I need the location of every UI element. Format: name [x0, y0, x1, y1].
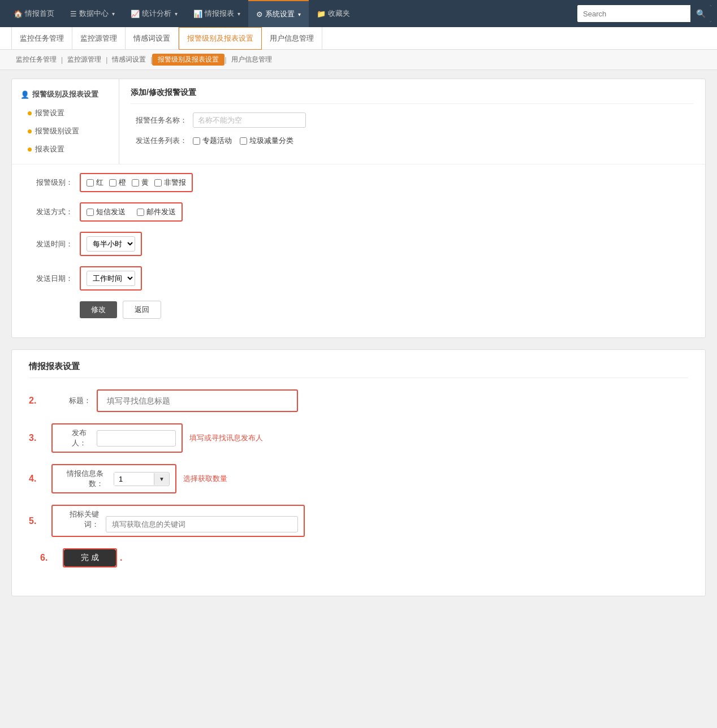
alert-non-checkbox[interactable]	[154, 179, 162, 187]
subnav-monitor-task[interactable]: 监控任务管理	[11, 27, 72, 50]
sidebar: 👤 报警级别及报表设置 报警设置 报警级别设置 报表设置	[12, 79, 119, 164]
form-title: 添加/修改报警设置	[131, 88, 694, 104]
send-date-select[interactable]: 工作时间 全天 工作日	[87, 271, 135, 286]
intel-step2-row: 2. 标题：	[29, 389, 688, 412]
task-name-label: 报警任务名称：	[131, 115, 193, 125]
alert-settings-panel: 👤 报警级别及报表设置 报警设置 报警级别设置 报表设置 添加/修改报警设置 报…	[11, 79, 706, 338]
step3-label: 发布人：	[58, 428, 92, 448]
task-name-input[interactable]	[193, 112, 306, 128]
period-dot: .	[120, 553, 122, 563]
search-input[interactable]	[577, 5, 690, 22]
send-time-row: 发送时间： 每半小时 每小时 每天	[29, 232, 688, 256]
title-input[interactable]	[101, 393, 293, 409]
nav-settings[interactable]: ⚙ 系统设置 ▾	[248, 0, 309, 27]
alert-red-checkbox[interactable]	[87, 179, 94, 187]
alert-yellow-checkbox[interactable]	[132, 179, 139, 187]
count-input[interactable]	[114, 473, 154, 486]
complete-btn-box: 完 成	[63, 548, 117, 567]
bc-monitor-source[interactable]: 监控源管理	[63, 55, 106, 64]
step3-num: 3.	[29, 433, 51, 443]
subnav-alert-report[interactable]: 报警级别及报表设置	[179, 27, 262, 50]
task-name-row: 报警任务名称：	[131, 112, 694, 128]
step5-box: 招标关键词：	[51, 505, 305, 537]
bc-user-info[interactable]: 用户信息管理	[227, 55, 277, 64]
alert-orange[interactable]: 橙	[109, 177, 126, 188]
home-icon: 🏠	[14, 10, 23, 18]
keyword-input[interactable]	[106, 516, 298, 532]
step3-box: 发布人：	[51, 423, 183, 453]
intel-step5-row: 5. 招标关键词：	[29, 505, 688, 537]
sidebar-item-alert-level[interactable]: 报警级别设置	[12, 122, 119, 140]
nav-report[interactable]: 📊 情报报表 ▾	[185, 0, 248, 27]
subnav-user-info[interactable]: 用户信息管理	[262, 27, 322, 50]
favorites-icon: 📁	[317, 10, 326, 18]
send-time-label: 发送时间：	[29, 239, 80, 249]
settings-icon: ⚙	[256, 10, 263, 19]
alert-non[interactable]: 非警报	[154, 177, 186, 188]
step3-hint: 填写或寻找讯息发布人	[189, 433, 263, 443]
stats-icon: 📈	[131, 10, 140, 18]
main-content: 👤 报警级别及报表设置 报警设置 报警级别设置 报表设置 添加/修改报警设置 报…	[0, 70, 717, 616]
search-button[interactable]: 🔍	[690, 5, 711, 22]
modify-button[interactable]: 修改	[80, 301, 117, 318]
form-buttons-row: 修改 返回	[29, 301, 688, 319]
nav-stats[interactable]: 📈 统计分析 ▾	[123, 0, 185, 27]
send-email[interactable]: 邮件发送	[137, 207, 176, 217]
subnav-sentiment[interactable]: 情感词设置	[126, 27, 179, 50]
send-time-select-box: 每半小时 每小时 每天	[80, 232, 142, 256]
step5-num: 5.	[29, 516, 51, 526]
send-task-special-event-checkbox[interactable]	[193, 137, 200, 145]
report-icon: 📊	[193, 10, 202, 18]
step4-hint: 选择获取数量	[183, 474, 227, 484]
alert-config-section: 报警级别： 红 橙 黄 非警	[12, 164, 705, 337]
return-button[interactable]: 返回	[123, 301, 161, 319]
sidebar-title: 👤 报警级别及报表设置	[12, 85, 119, 104]
send-task-trash-checkbox[interactable]	[240, 137, 247, 145]
settings-chevron-icon: ▾	[298, 11, 301, 18]
send-time-select[interactable]: 每半小时 每小时 每天	[87, 236, 135, 252]
nav-home[interactable]: 🏠 情报首页	[6, 0, 62, 27]
subnav-monitor-source[interactable]: 监控源管理	[72, 27, 126, 50]
nav-data[interactable]: ☰ 数据中心 ▾	[62, 0, 123, 27]
alert-red[interactable]: 红	[87, 177, 103, 188]
send-task-trash[interactable]: 垃圾减量分类	[240, 136, 293, 146]
complete-button[interactable]: 完 成	[64, 549, 116, 566]
alert-yellow[interactable]: 黄	[132, 177, 149, 188]
send-sms[interactable]: 短信发送	[87, 207, 126, 217]
intel-step6-row: 6. 完 成 .	[29, 548, 688, 567]
step2-label: 标题：	[51, 396, 97, 406]
intel-report-section: 情报报表设置 2. 标题： 3. 发布人： 填写或寻找讯息发布人 4. 情报信息…	[11, 349, 706, 596]
alert-level-checkboxes: 红 橙 黄 非警报	[80, 173, 193, 192]
alert-orange-checkbox[interactable]	[109, 179, 116, 187]
nav-favorites[interactable]: 📁 收藏夹	[309, 0, 358, 27]
intel-step4-row: 4. 情报信息条数： ▼ 选择获取数量	[29, 464, 688, 493]
nav-stats-label: 统计分析	[142, 8, 171, 19]
send-task-special-event[interactable]: 专题活动	[193, 136, 232, 146]
data-chevron-icon: ▾	[112, 11, 115, 17]
alert-level-row: 报警级别： 红 橙 黄 非警	[29, 173, 688, 192]
data-icon: ☰	[70, 10, 77, 18]
bc-alert-report[interactable]: 报警级别及报表设置	[152, 54, 224, 66]
bc-monitor-task[interactable]: 监控任务管理	[11, 55, 61, 64]
sidebar-item-report-setting[interactable]: 报表设置	[12, 140, 119, 158]
bc-sentiment[interactable]: 情感词设置	[107, 55, 150, 64]
step2-input-box	[97, 389, 298, 412]
send-email-checkbox[interactable]	[137, 209, 144, 216]
step6-num: 6.	[40, 553, 63, 563]
breadcrumb: 监控任务管理 | 监控源管理 | 情感词设置 | 报警级别及报表设置 | 用户信…	[0, 50, 717, 70]
step4-num: 4.	[29, 474, 51, 484]
form-area: 添加/修改报警设置 报警任务名称： 发送任务列表： 专题活动	[119, 79, 705, 164]
send-task-label: 发送任务列表：	[131, 136, 193, 146]
count-arrow-btn[interactable]: ▼	[154, 473, 169, 485]
step2-num: 2.	[29, 396, 51, 406]
publisher-input[interactable]	[97, 430, 176, 447]
send-sms-checkbox[interactable]	[87, 209, 94, 216]
sidebar-item-alert-setting[interactable]: 报警设置	[12, 104, 119, 122]
nav-settings-label: 系统设置	[265, 9, 295, 19]
search-box: 🔍	[577, 5, 711, 22]
intel-step3-row: 3. 发布人： 填写或寻找讯息发布人	[29, 423, 688, 453]
nav-favorites-label: 收藏夹	[328, 8, 350, 19]
send-date-label: 发送日期：	[29, 274, 80, 284]
nav-data-label: 数据中心	[79, 8, 109, 19]
top-nav: 🏠 情报首页 ☰ 数据中心 ▾ 📈 统计分析 ▾ 📊 情报报表 ▾ ⚙ 系统设置…	[0, 0, 717, 27]
